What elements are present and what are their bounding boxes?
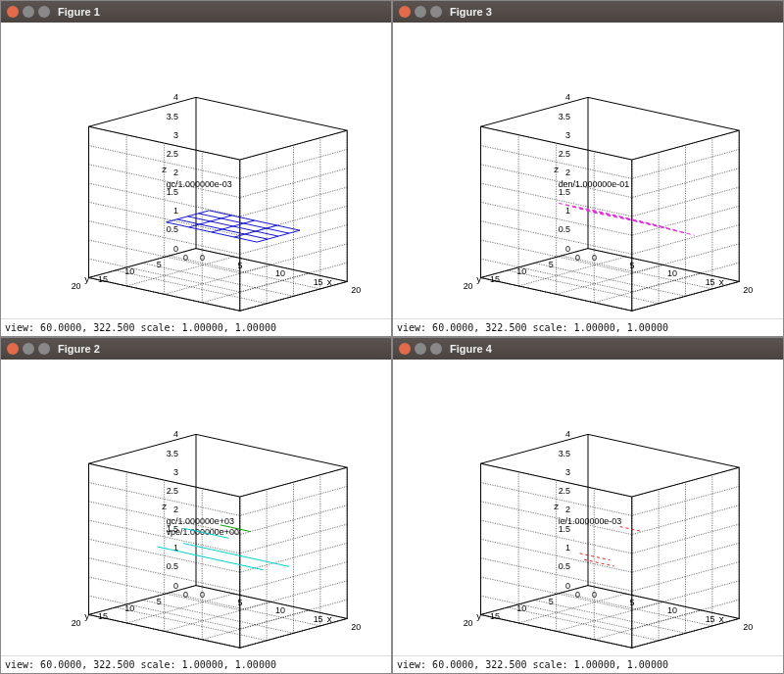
svg-line-188 [170,593,320,626]
svg-text:15: 15 [314,614,323,624]
status-text: view: 60.0000, 322.500 scale: 1.00000, 1… [397,322,668,333]
minimize-icon[interactable] [415,6,426,18]
svg-line-109 [594,273,701,303]
minimize-icon[interactable] [23,343,34,355]
svg-text:0: 0 [575,253,580,263]
svg-line-228 [481,434,588,463]
svg-text:10: 10 [124,603,134,613]
svg-text:3.5: 3.5 [559,112,570,121]
status-text: view: 60.0000, 322.500 scale: 1.00000, 1… [397,659,668,670]
svg-text:0.5: 0.5 [167,561,178,571]
svg-text:gc/1.000000e+03: gc/1.000000e+03 [167,516,234,526]
svg-line-180 [165,602,271,632]
window-title: Figure 4 [450,343,492,355]
svg-line-254 [557,602,663,632]
svg-text:15: 15 [706,277,715,287]
svg-text:5: 5 [238,261,243,270]
svg-text:0.5: 0.5 [167,224,178,234]
svg-text:2: 2 [565,168,570,177]
svg-text:0.5: 0.5 [559,561,570,571]
plot-area[interactable]: 00.511.522.533.540510152005101520xyzgc/1… [1,360,391,655]
svg-text:3.5: 3.5 [559,449,570,458]
svg-text:3: 3 [173,130,178,140]
svg-text:x: x [327,276,332,287]
svg-text:5: 5 [238,598,243,607]
svg-text:2: 2 [565,505,570,514]
maximize-icon[interactable] [38,6,50,18]
svg-text:10: 10 [124,266,134,276]
svg-line-182 [202,610,309,640]
svg-line-8 [89,97,196,126]
titlebar[interactable]: Figure 2 [1,338,391,360]
plot-area[interactable]: 00.511.522.533.540510152005101520xyzie/1… [393,360,783,655]
svg-line-34 [165,265,271,295]
minimize-icon[interactable] [415,343,426,355]
svg-line-262 [562,593,712,626]
status-bar: view: 60.0000, 322.500 scale: 1.00000, 1… [393,318,783,336]
svg-text:5: 5 [157,597,162,606]
svg-text:10: 10 [516,266,526,276]
close-icon[interactable] [7,343,19,355]
status-bar: view: 60.0000, 322.500 scale: 1.00000, 1… [1,655,391,673]
close-icon[interactable] [399,6,411,18]
svg-text:15: 15 [706,614,715,624]
svg-text:0: 0 [575,590,580,600]
svg-text:20: 20 [743,285,753,295]
svg-line-82 [632,130,739,160]
svg-text:20: 20 [351,622,361,632]
svg-text:0: 0 [183,253,188,263]
maximize-icon[interactable] [38,343,50,355]
plot-area[interactable]: 00.511.522.533.540510152005101520xyzgc/1… [1,23,391,318]
titlebar[interactable]: Figure 4 [393,338,783,360]
svg-text:2.5: 2.5 [559,486,570,496]
titlebar[interactable]: Figure 3 [393,1,783,23]
svg-text:20: 20 [72,618,81,628]
svg-text:20: 20 [351,285,361,295]
svg-line-105 [518,257,625,286]
svg-line-107 [557,265,663,295]
svg-line-36 [202,273,309,303]
status-bar: view: 60.0000, 322.500 scale: 1.00000, 1… [393,655,783,673]
svg-line-178 [126,594,233,623]
svg-line-7 [196,97,347,130]
plot-area[interactable]: 00.511.522.533.540510152005101520xyzden/… [393,23,783,318]
svg-text:1: 1 [565,206,570,216]
svg-text:10: 10 [516,603,526,613]
svg-text:z: z [554,164,559,174]
svg-text:4: 4 [173,92,178,102]
svg-text:0: 0 [200,253,205,263]
close-icon[interactable] [7,6,19,18]
status-text: view: 60.0000, 322.500 scale: 1.00000, 1… [5,659,276,670]
svg-text:3: 3 [173,467,178,477]
maximize-icon[interactable] [430,343,442,355]
figure-window-4: Figure 4 00.511.522.533.5405101520051015… [392,337,784,674]
svg-text:y: y [476,610,481,621]
svg-text:15: 15 [490,611,500,621]
svg-text:4: 4 [565,429,570,439]
svg-text:x: x [327,613,332,624]
svg-text:0: 0 [173,581,178,591]
svg-text:0: 0 [200,590,205,600]
figure-window-1: Figure 1 00.511.522.533.5405101520051015… [0,0,392,337]
maximize-icon[interactable] [430,6,442,18]
svg-text:10: 10 [667,605,677,615]
svg-text:5: 5 [157,260,162,269]
svg-text:10: 10 [667,268,677,278]
svg-text:0: 0 [565,581,570,591]
svg-line-229 [632,467,739,497]
svg-text:15: 15 [98,274,108,284]
svg-text:y: y [84,610,89,621]
svg-text:1: 1 [565,543,570,553]
svg-text:ie/1.000000e-03: ie/1.000000e-03 [559,516,622,526]
svg-text:z: z [554,501,559,511]
svg-text:20: 20 [464,618,473,628]
titlebar[interactable]: Figure 1 [1,1,391,23]
svg-line-81 [481,97,588,126]
minimize-icon[interactable] [23,6,34,18]
svg-text:5: 5 [630,261,635,270]
svg-text:x: x [719,276,724,287]
svg-text:2: 2 [173,168,178,177]
svg-text:0: 0 [592,590,597,600]
svg-line-42 [170,256,320,289]
close-icon[interactable] [399,343,411,355]
